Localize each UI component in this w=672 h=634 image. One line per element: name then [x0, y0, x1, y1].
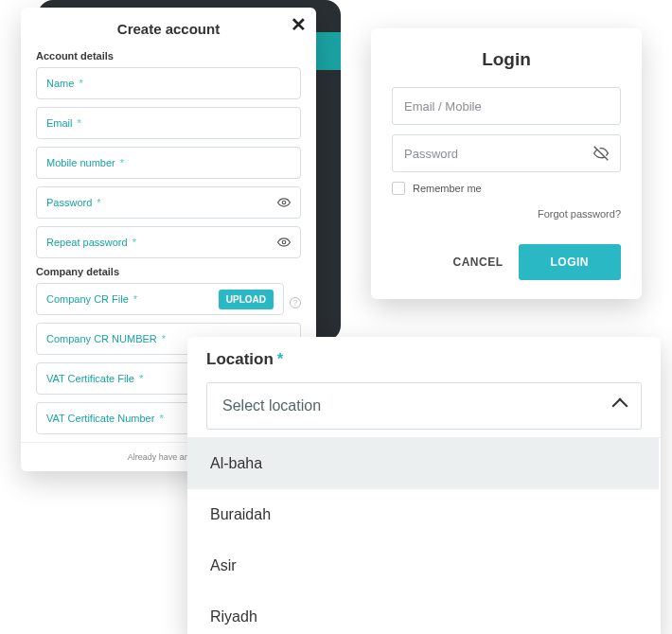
login-password-field[interactable]: Password — [392, 134, 621, 172]
login-button[interactable]: LOGIN — [519, 244, 622, 280]
create-account-title: Create account — [36, 21, 301, 37]
location-option[interactable]: Asir — [187, 540, 659, 591]
required-asterisk: * — [94, 197, 100, 208]
repeat-password-field[interactable]: Repeat password * — [36, 226, 301, 258]
location-options[interactable]: Al-baha Buraidah Asir Riyadh — [187, 437, 661, 634]
login-password-placeholder: Password — [404, 147, 458, 161]
cr-file-field[interactable]: Company CR File * UPLOAD — [36, 283, 284, 315]
chevron-up-icon — [612, 398, 628, 414]
section-company-details: Company details — [36, 266, 301, 277]
required-asterisk: * — [159, 333, 166, 344]
name-label: Name — [46, 78, 74, 89]
section-account-details: Account details — [36, 50, 301, 62]
login-card: Login Email / Mobile Password Remember m… — [371, 28, 642, 299]
email-label: Email — [46, 117, 73, 129]
required-asterisk: * — [277, 350, 284, 368]
upload-button[interactable]: UPLOAD — [219, 290, 274, 309]
vat-number-label: VAT Certificate Number — [46, 413, 154, 424]
remember-row: Remember me — [392, 182, 621, 195]
info-icon[interactable]: ? — [290, 297, 301, 308]
svg-point-0 — [282, 201, 286, 204]
close-icon[interactable]: ✕ — [291, 13, 307, 36]
location-option[interactable]: Buraidah — [187, 489, 659, 540]
repeat-password-label: Repeat password — [46, 237, 128, 248]
required-asterisk: * — [75, 117, 81, 129]
password-field[interactable]: Password * — [36, 186, 301, 219]
eye-icon[interactable] — [277, 236, 291, 249]
cr-number-label: Company CR NUMBER — [46, 333, 157, 344]
required-asterisk: * — [136, 373, 143, 384]
location-select[interactable]: Select location — [206, 382, 642, 430]
location-select-placeholder: Select location — [222, 397, 321, 414]
eye-icon[interactable] — [277, 196, 291, 209]
location-option[interactable]: Al-baha — [187, 438, 659, 489]
login-email-placeholder: Email / Mobile — [404, 99, 482, 114]
location-option[interactable]: Riyadh — [187, 591, 659, 634]
eye-off-icon[interactable] — [593, 146, 609, 161]
location-title: Location* — [206, 350, 283, 369]
required-asterisk: * — [76, 78, 82, 89]
login-actions: CANCEL LOGIN — [392, 244, 621, 280]
login-email-field[interactable]: Email / Mobile — [392, 87, 621, 125]
required-asterisk: * — [117, 157, 124, 168]
forgot-password-link[interactable]: Forgot password? — [392, 208, 621, 220]
required-asterisk: * — [130, 237, 136, 248]
name-field[interactable]: Name * — [36, 67, 301, 99]
mobile-label: Mobile number — [46, 157, 115, 168]
vat-file-label: VAT Certificate File — [46, 373, 134, 384]
remember-checkbox[interactable] — [392, 182, 405, 195]
required-asterisk: * — [131, 293, 137, 305]
cancel-button[interactable]: CANCEL — [453, 255, 504, 269]
password-label: Password — [46, 197, 92, 208]
cr-file-label: Company CR File — [46, 293, 129, 305]
mobile-field[interactable]: Mobile number * — [36, 147, 301, 179]
svg-point-1 — [282, 240, 286, 244]
required-asterisk: * — [156, 413, 163, 424]
email-field[interactable]: Email * — [36, 107, 301, 139]
location-card: Location* Select location Al-baha Buraid… — [187, 337, 661, 634]
login-title: Login — [392, 49, 621, 70]
remember-label[interactable]: Remember me — [413, 183, 482, 194]
